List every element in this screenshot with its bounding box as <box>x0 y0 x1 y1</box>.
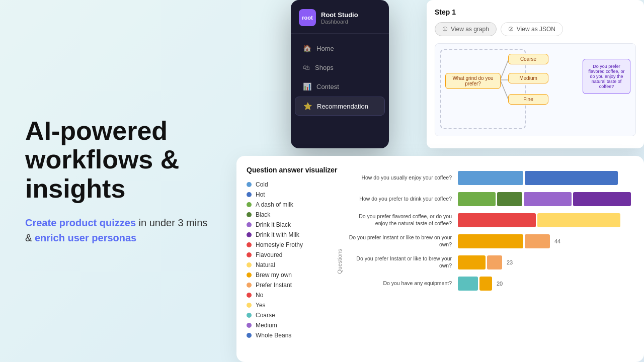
dot-cold <box>247 182 252 187</box>
tab-graph[interactable]: ① View as graph <box>435 22 497 36</box>
flow-tabs: ① View as graph ② View as JSON <box>435 22 636 36</box>
json-icon: ② <box>508 26 514 33</box>
legend-no: No <box>247 292 347 299</box>
legend-brew: Brew my own <box>247 272 347 279</box>
question-5: Do you have any equipment? <box>347 280 458 287</box>
bar-1-1 <box>497 192 522 206</box>
shops-icon: 🛍 <box>303 63 310 71</box>
graph-icon: ① <box>442 26 448 33</box>
sidebar-item-shops[interactable]: 🛍 Shops <box>295 58 385 76</box>
legend-flavoured: Flavoured <box>247 251 347 258</box>
sidebar-recommendation-label: Recommendation <box>317 103 368 110</box>
legend-instant: Prefer Instant <box>247 282 347 289</box>
label-instant: Prefer Instant <box>256 282 292 289</box>
sidebar-item-recommendation[interactable]: ⭐ Recommendation <box>295 97 385 116</box>
sidebar-shops-label: Shops <box>315 64 334 71</box>
dot-medium <box>247 323 252 328</box>
tab-json-label: View as JSON <box>517 26 555 33</box>
legend-area: Cold Hot A dash of milk Black Drink it B… <box>247 181 347 342</box>
flow-step-label: Step 1 <box>435 8 636 16</box>
sidebar-logo: root <box>299 9 316 26</box>
label-frothy: Homestyle Frothy <box>256 241 303 248</box>
dot-flavoured <box>247 252 252 257</box>
question-2: Do you prefer flavored coffee, or do you… <box>347 213 458 227</box>
analytics-section: Question answer visualizer Cold Hot A da… <box>236 156 644 362</box>
main-heading: AI-powered workflows & insights <box>25 117 211 203</box>
legend-medium: Medium <box>247 322 347 329</box>
bar-1-0 <box>458 192 496 206</box>
bars-5: 20 <box>458 277 634 291</box>
sidebar-nav: 🏠 Home 🛍 Shops 📊 Contest ⭐ Recommendatio… <box>291 34 389 121</box>
bar-5-0 <box>458 277 478 291</box>
legend-drink-black: Drink it Black <box>247 221 347 228</box>
label-natural: Natural <box>256 261 275 268</box>
flow-diagram: What grind do you prefer? Coarse Medium … <box>435 43 636 136</box>
node-coarse: Coarse <box>508 54 548 64</box>
label-no: No <box>256 292 263 299</box>
contest-icon: 📊 <box>303 82 311 90</box>
label-drink-milk: Drink it with Milk <box>256 231 299 238</box>
bar-0-1 <box>525 171 618 185</box>
home-icon: 🏠 <box>303 44 311 52</box>
dot-drink-milk <box>247 232 252 237</box>
bar-5-1 <box>479 277 492 291</box>
link-create-quizzes[interactable]: Create product quizzes <box>25 217 136 228</box>
brand-name: Root Studio <box>321 11 358 19</box>
legend-hot: Hot <box>247 191 347 198</box>
bar-3-1 <box>525 234 550 248</box>
question-0: How do you usually enjoy your coffee? <box>347 174 458 182</box>
sidebar-widget: root Root Studio Dashboard 🏠 Home 🛍 Shop… <box>291 0 389 148</box>
chart-area: Questions How do you usually enjoy your … <box>347 171 634 352</box>
dot-yes <box>247 303 252 308</box>
bars-4: 23 <box>458 255 634 269</box>
chart-row-0: How do you usually enjoy your coffee? <box>347 171 634 185</box>
bar-4-1 <box>487 255 502 269</box>
question-3: Do you prefer Instant or like to brew on… <box>347 234 458 248</box>
bars-0 <box>458 171 634 185</box>
node-medium: Medium <box>508 73 548 83</box>
chart-row-2: Do you prefer flavored coffee, or do you… <box>347 213 634 227</box>
legend-coarse: Coarse <box>247 312 347 319</box>
label-whole-beans: Whole Beans <box>256 332 291 339</box>
dot-frothy <box>247 242 252 247</box>
label-flavoured: Flavoured <box>256 251 282 258</box>
label-coarse: Coarse <box>256 312 275 319</box>
bar-1-2 <box>524 192 572 206</box>
node-what-grind: What grind do you prefer? <box>445 73 501 89</box>
sidebar-header: root Root Studio Dashboard <box>291 0 389 34</box>
legend-drink-milk: Drink it with Milk <box>247 231 347 238</box>
bar-2-0 <box>458 213 536 227</box>
dot-natural <box>247 262 252 267</box>
sidebar-home-label: Home <box>316 45 334 52</box>
dot-drink-black <box>247 222 252 227</box>
label-cold: Cold <box>256 181 268 188</box>
label-brew: Brew my own <box>256 272 292 279</box>
sub-text: Create product quizzes in under 3 mins &… <box>25 215 211 245</box>
bar-0-0 <box>458 171 523 185</box>
bar-4-0 <box>458 255 486 269</box>
bar-value-4: 23 <box>507 259 513 265</box>
sidebar-brand: Root Studio Dashboard <box>321 11 358 25</box>
bar-1-3 <box>573 192 631 206</box>
dot-whole-beans <box>247 333 252 338</box>
dot-black <box>247 212 252 217</box>
dot-no <box>247 293 252 298</box>
dot-brew <box>247 273 252 278</box>
sidebar-item-home[interactable]: 🏠 Home <box>295 39 385 57</box>
legend-black: Black <box>247 211 347 218</box>
tab-json[interactable]: ② View as JSON <box>501 22 563 36</box>
dot-instant <box>247 283 252 288</box>
brand-sub: Dashboard <box>321 19 358 25</box>
bars-3: 44 <box>458 234 634 248</box>
bars-2 <box>458 213 634 227</box>
legend-frothy: Homestyle Frothy <box>247 241 347 248</box>
legend-natural: Natural <box>247 261 347 268</box>
hero-section: AI-powered workflows & insights Create p… <box>0 0 236 362</box>
link-enrich[interactable]: enrich user personas <box>35 232 136 243</box>
sidebar-item-contest[interactable]: 📊 Contest <box>295 77 385 96</box>
questions-axis-label: Questions <box>337 249 343 274</box>
legend-yes: Yes <box>247 302 347 309</box>
node-fine: Fine <box>508 94 548 105</box>
label-drink-black: Drink it Black <box>256 221 291 228</box>
legend-whole-beans: Whole Beans <box>247 332 347 339</box>
